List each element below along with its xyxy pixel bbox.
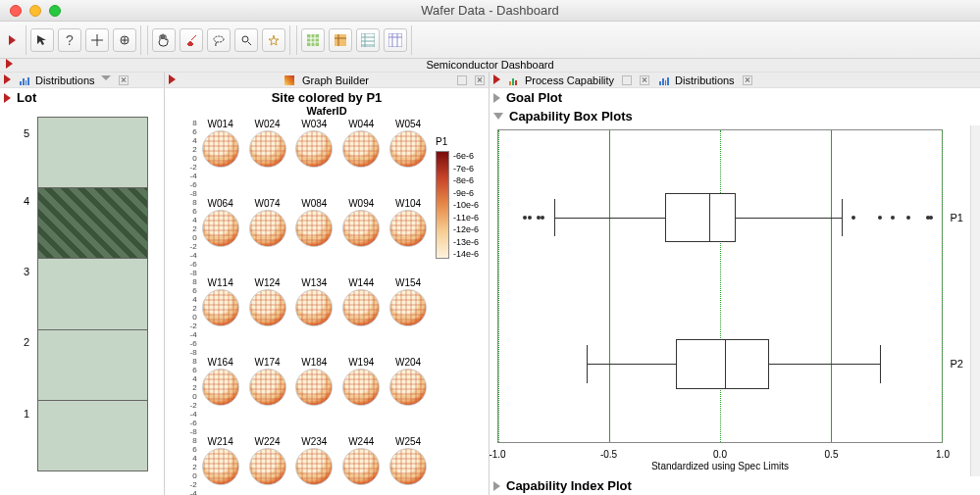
wafer-cell[interactable]: W224 [244, 436, 291, 495]
index-plot-header[interactable]: Capability Index Plot [490, 476, 980, 495]
lot-bar[interactable] [38, 118, 147, 187]
wafer-cell[interactable]: W164 [197, 357, 244, 436]
lot-section-header[interactable]: Lot [0, 88, 164, 107]
wafer-cell[interactable]: W124 [244, 277, 291, 357]
wafer-map-icon[interactable] [389, 289, 427, 326]
toolbar-disclosure-icon[interactable] [6, 30, 20, 50]
wafer-cell[interactable]: W074 [244, 198, 291, 277]
wafer-cell[interactable]: W144 [337, 277, 385, 357]
wafer-cell[interactable]: W054 [385, 119, 432, 198]
brush-tool-button[interactable] [180, 28, 203, 52]
outlier-point[interactable] [891, 216, 895, 220]
wafer-map-icon[interactable] [249, 289, 286, 326]
wafer-cell[interactable]: W064 [197, 198, 244, 277]
close-panel-icon[interactable] [119, 75, 129, 85]
wafer-map-icon[interactable] [202, 130, 239, 168]
boxplot-row[interactable]: P1 [498, 155, 942, 279]
boxplot-row[interactable]: P2 [498, 302, 942, 426]
help-tool-button[interactable]: ? [58, 28, 81, 52]
close-window-icon[interactable] [10, 5, 22, 17]
tab-process-capability[interactable]: Process Capability [525, 74, 614, 86]
wafer-map-icon[interactable] [202, 210, 239, 247]
wafer-map-icon[interactable] [295, 210, 333, 247]
wafer-trellis[interactable]: 86420-2-4-6-8W014W024W034W044W05486420-2… [169, 119, 432, 486]
outlier-point[interactable] [878, 216, 882, 220]
close-panel-icon[interactable] [475, 75, 485, 85]
wafer-cell[interactable]: W034 [290, 119, 337, 198]
panel-box-icon[interactable] [457, 75, 467, 85]
disclosure-icon[interactable] [493, 74, 502, 86]
lot-bars[interactable] [37, 117, 148, 471]
wafer-map-icon[interactable] [342, 210, 380, 247]
wafer-map-icon[interactable] [295, 369, 333, 406]
disclosure-icon[interactable] [169, 74, 178, 86]
wafer-map-icon[interactable] [249, 210, 286, 247]
hand-tool-button[interactable] [152, 28, 176, 52]
wafer-map-icon[interactable] [342, 130, 380, 168]
zoom-tool-button[interactable] [113, 28, 136, 52]
wafer-map-icon[interactable] [295, 448, 333, 485]
wafer-map-icon[interactable] [389, 369, 427, 406]
panel-box-icon[interactable] [622, 75, 632, 85]
lasso-tool-button[interactable] [207, 28, 231, 52]
wafer-cell[interactable]: W014 [197, 119, 244, 198]
wafer-cell[interactable]: W024 [244, 119, 291, 198]
minimize-window-icon[interactable] [29, 5, 41, 17]
annotate-tool-button[interactable] [262, 28, 285, 52]
wafer-map-icon[interactable] [202, 289, 239, 326]
lot-bar[interactable] [38, 258, 147, 328]
wafer-cell[interactable]: W194 [337, 357, 385, 436]
wafer-cell[interactable]: W204 [385, 357, 432, 436]
box-plot-header[interactable]: Capability Box Plots [490, 107, 980, 125]
lot-bar[interactable] [38, 187, 147, 258]
wafer-map-icon[interactable] [202, 369, 239, 406]
outlier-point[interactable] [528, 216, 532, 220]
wafer-cell[interactable]: W254 [385, 436, 432, 495]
capability-box-plot[interactable]: P1P2 [497, 129, 943, 443]
wafer-map-icon[interactable] [249, 130, 286, 168]
outlier-point[interactable] [929, 216, 933, 220]
crosshair-tool-button[interactable] [85, 28, 109, 52]
wafer-map-icon[interactable] [295, 130, 333, 168]
wafer-map-icon[interactable] [342, 448, 380, 485]
zoom-window-icon[interactable] [49, 5, 61, 17]
goal-plot-header[interactable]: Goal Plot [490, 88, 980, 107]
outlier-point[interactable] [906, 216, 910, 220]
arrow-tool-button[interactable] [30, 28, 54, 52]
wafer-cell[interactable]: W084 [290, 198, 337, 277]
outlier-point[interactable] [523, 216, 527, 220]
vertical-scrollbar[interactable] [970, 125, 980, 476]
lot-plot[interactable]: 1 2 3 4 5 [10, 111, 158, 487]
close-tab-icon[interactable] [743, 75, 752, 85]
builder-view-button[interactable] [329, 28, 352, 52]
magnify-tool-button[interactable] [234, 28, 258, 52]
lot-bar[interactable] [38, 329, 147, 400]
wafer-cell[interactable]: W134 [290, 277, 337, 357]
wafer-map-icon[interactable] [295, 289, 333, 326]
wafer-cell[interactable]: W244 [337, 436, 385, 495]
wafer-cell[interactable]: W154 [385, 277, 432, 357]
grid-view-button[interactable] [301, 28, 325, 52]
close-tab-icon[interactable] [640, 75, 649, 85]
wafer-map-icon[interactable] [389, 448, 427, 485]
disclosure-icon[interactable] [4, 74, 13, 86]
data-table-button[interactable] [356, 28, 380, 52]
outlier-point[interactable] [537, 216, 541, 220]
dashboard-header-disclosure-icon[interactable] [6, 59, 15, 71]
wafer-map-icon[interactable] [202, 448, 239, 485]
wafer-map-icon[interactable] [389, 210, 427, 247]
wafer-cell[interactable]: W094 [337, 198, 385, 277]
wafer-map-icon[interactable] [249, 369, 286, 406]
wafer-map-icon[interactable] [342, 369, 380, 406]
wafer-cell[interactable]: W214 [197, 436, 244, 495]
tab-distributions[interactable]: Distributions [675, 74, 735, 86]
lot-bar[interactable] [38, 400, 147, 470]
wafer-cell[interactable]: W234 [290, 436, 337, 495]
outlier-point[interactable] [541, 216, 544, 220]
wafer-map-icon[interactable] [249, 448, 286, 485]
column-table-button[interactable] [384, 28, 407, 52]
outlier-point[interactable] [851, 216, 855, 220]
wafer-cell[interactable]: W044 [337, 119, 385, 198]
wafer-cell[interactable]: W114 [197, 277, 244, 357]
wafer-map-icon[interactable] [342, 289, 380, 326]
